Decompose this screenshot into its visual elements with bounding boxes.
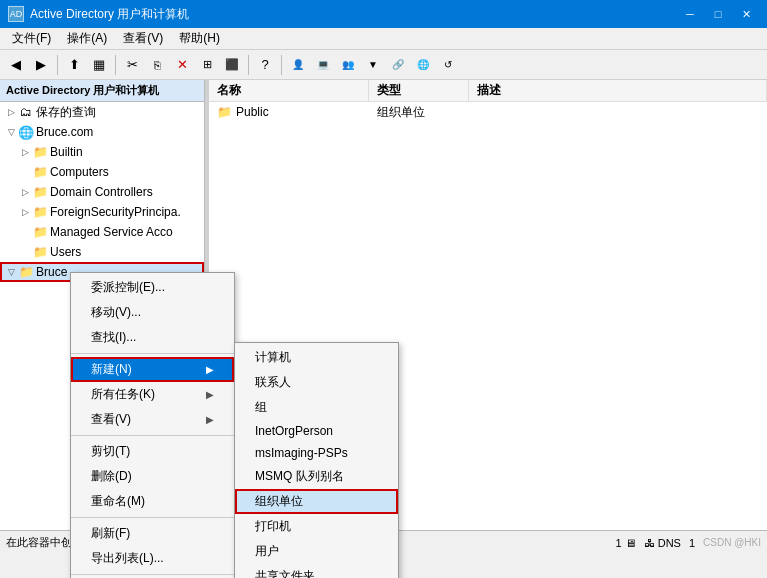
up-button[interactable]: ⬆ bbox=[62, 53, 86, 77]
tree-label-saved-queries: 保存的查询 bbox=[36, 104, 96, 121]
dns-icon: 🖧 bbox=[644, 537, 655, 549]
toolbar: ◀ ▶ ⬆ ▦ ✂ ⎘ ✕ ⊞ ⬛ ? 👤 💻 👥 ▼ 🔗 🌐 ↺ bbox=[0, 50, 767, 80]
tree-item-managed-service[interactable]: ▷ 📁 Managed Service Acco bbox=[0, 222, 204, 242]
cell-type-public: 组织单位 bbox=[369, 104, 469, 121]
properties-button[interactable]: ⊞ bbox=[195, 53, 219, 77]
ctx-new[interactable]: 新建(N) ▶ bbox=[71, 357, 234, 382]
tree-header: Active Directory 用户和计算机 bbox=[0, 80, 204, 102]
expand-foreign-security[interactable]: ▷ bbox=[18, 205, 32, 219]
cut-button[interactable]: ✂ bbox=[120, 53, 144, 77]
domain-button[interactable]: 🌐 bbox=[411, 53, 435, 77]
tree-item-saved-queries[interactable]: ▷ 🗂 保存的查询 bbox=[0, 102, 204, 122]
menu-file[interactable]: 文件(F) bbox=[4, 28, 59, 49]
ctx-find[interactable]: 查找(I)... bbox=[71, 325, 234, 350]
menu-bar: 文件(F) 操作(A) 查看(V) 帮助(H) bbox=[0, 28, 767, 50]
status-item-dns: 🖧 DNS bbox=[644, 537, 681, 549]
tree-label-foreign-security: ForeignSecurityPrincipa. bbox=[50, 205, 181, 219]
expand-bruce-com[interactable]: ▽ bbox=[4, 125, 18, 139]
ctx-sep-4 bbox=[71, 574, 234, 575]
tree-item-bruce-com[interactable]: ▽ 🌐 Bruce.com bbox=[0, 122, 204, 142]
delete-button[interactable]: ✕ bbox=[170, 53, 194, 77]
refresh-button[interactable]: ↺ bbox=[436, 53, 460, 77]
tree-item-users[interactable]: ▷ 📁 Users bbox=[0, 242, 204, 262]
ctx-rename[interactable]: 重命名(M) bbox=[71, 489, 234, 514]
folder-icon-saved-queries: 🗂 bbox=[18, 105, 34, 119]
show-hide-button[interactable]: ▦ bbox=[87, 53, 111, 77]
ctx-view-arrow: ▶ bbox=[206, 414, 214, 425]
ctx-cut[interactable]: 剪切(T) bbox=[71, 439, 234, 464]
back-button[interactable]: ◀ bbox=[4, 53, 28, 77]
menu-view[interactable]: 查看(V) bbox=[115, 28, 171, 49]
sub-ctx-computer[interactable]: 计算机 bbox=[235, 345, 398, 370]
folder-icon-builtin: 📁 bbox=[32, 145, 48, 159]
sub-ctx-inetorgperson[interactable]: InetOrgPerson bbox=[235, 420, 398, 442]
ctx-all-tasks-arrow: ▶ bbox=[206, 389, 214, 400]
group-button[interactable]: 👥 bbox=[336, 53, 360, 77]
toolbar-sep-1 bbox=[57, 55, 58, 75]
menu-help[interactable]: 帮助(H) bbox=[171, 28, 228, 49]
copy-button[interactable]: ⎘ bbox=[145, 53, 169, 77]
ctx-delegate[interactable]: 委派控制(E)... bbox=[71, 275, 234, 300]
folder-icon-domain-controllers: 📁 bbox=[32, 185, 48, 199]
sub-ctx-contact[interactable]: 联系人 bbox=[235, 370, 398, 395]
sub-ctx-shared-folder[interactable]: 共享文件夹 bbox=[235, 564, 398, 578]
content-header: 名称 类型 描述 bbox=[209, 80, 767, 102]
sub-ctx-msmq[interactable]: MSMQ 队列别名 bbox=[235, 464, 398, 489]
connect-button[interactable]: 🔗 bbox=[386, 53, 410, 77]
help-button[interactable]: ? bbox=[253, 53, 277, 77]
window-controls: ─ □ ✕ bbox=[677, 4, 759, 24]
table-row[interactable]: 📁 Public 组织单位 bbox=[209, 102, 767, 122]
sub-ctx-group[interactable]: 组 bbox=[235, 395, 398, 420]
expand-domain-controllers[interactable]: ▷ bbox=[18, 185, 32, 199]
status-right: 1 🖥 🖧 DNS 1 CSDN @HKI bbox=[616, 537, 761, 549]
ctx-all-tasks[interactable]: 所有任务(K) ▶ bbox=[71, 382, 234, 407]
expand-bruce[interactable]: ▽ bbox=[4, 265, 18, 279]
status-item-count: 1 🖥 bbox=[616, 537, 636, 549]
col-name[interactable]: 名称 bbox=[209, 80, 369, 101]
title-bar: AD Active Directory 用户和计算机 ─ □ ✕ bbox=[0, 0, 767, 28]
tree-label-domain-controllers: Domain Controllers bbox=[50, 185, 153, 199]
ctx-new-arrow: ▶ bbox=[206, 364, 214, 375]
ctx-sep-1 bbox=[71, 353, 234, 354]
minimize-button[interactable]: ─ bbox=[677, 4, 703, 24]
sub-context-menu: 计算机 联系人 组 InetOrgPerson msImaging-PSPs M… bbox=[234, 342, 399, 578]
tree-item-builtin[interactable]: ▷ 📁 Builtin bbox=[0, 142, 204, 162]
tree-label-users: Users bbox=[50, 245, 81, 259]
export-button[interactable]: ⬛ bbox=[220, 53, 244, 77]
menu-action[interactable]: 操作(A) bbox=[59, 28, 115, 49]
tree-item-computers[interactable]: ▷ 📁 Computers bbox=[0, 162, 204, 182]
ctx-export[interactable]: 导出列表(L)... bbox=[71, 546, 234, 571]
folder-icon-computers: 📁 bbox=[32, 165, 48, 179]
cell-name-public: 📁 Public bbox=[209, 105, 369, 119]
ctx-view[interactable]: 查看(V) ▶ bbox=[71, 407, 234, 432]
tree-item-foreign-security[interactable]: ▷ 📁 ForeignSecurityPrincipa. bbox=[0, 202, 204, 222]
computer-button[interactable]: 💻 bbox=[311, 53, 335, 77]
sub-ctx-ou[interactable]: 组织单位 bbox=[235, 489, 398, 514]
folder-icon-bruce: 📁 bbox=[18, 265, 34, 279]
app-icon: AD bbox=[8, 6, 24, 22]
filter-button[interactable]: ▼ bbox=[361, 53, 385, 77]
col-desc[interactable]: 描述 bbox=[469, 80, 767, 101]
tree-label-bruce-com: Bruce.com bbox=[36, 125, 93, 139]
expand-saved-queries[interactable]: ▷ bbox=[4, 105, 18, 119]
title-bar-left: AD Active Directory 用户和计算机 bbox=[8, 6, 189, 23]
folder-icon-bruce-com: 🌐 bbox=[18, 125, 34, 139]
sub-ctx-printer[interactable]: 打印机 bbox=[235, 514, 398, 539]
col-type[interactable]: 类型 bbox=[369, 80, 469, 101]
folder-icon-users: 📁 bbox=[32, 245, 48, 259]
close-button[interactable]: ✕ bbox=[733, 4, 759, 24]
status-item-count2: 1 bbox=[689, 537, 695, 549]
ctx-delete[interactable]: 删除(D) bbox=[71, 464, 234, 489]
folder-icon-public: 📁 bbox=[217, 105, 232, 119]
forward-button[interactable]: ▶ bbox=[29, 53, 53, 77]
ctx-refresh[interactable]: 刷新(F) bbox=[71, 521, 234, 546]
ctx-sep-2 bbox=[71, 435, 234, 436]
users-button[interactable]: 👤 bbox=[286, 53, 310, 77]
maximize-button[interactable]: □ bbox=[705, 4, 731, 24]
expand-builtin[interactable]: ▷ bbox=[18, 145, 32, 159]
sub-ctx-msimaging[interactable]: msImaging-PSPs bbox=[235, 442, 398, 464]
window-title: Active Directory 用户和计算机 bbox=[30, 6, 189, 23]
tree-item-domain-controllers[interactable]: ▷ 📁 Domain Controllers bbox=[0, 182, 204, 202]
sub-ctx-user[interactable]: 用户 bbox=[235, 539, 398, 564]
ctx-move[interactable]: 移动(V)... bbox=[71, 300, 234, 325]
